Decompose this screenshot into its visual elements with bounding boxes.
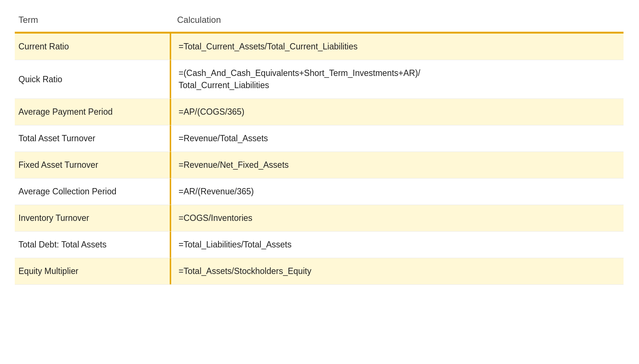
calc-cell-average-collection-period: =AR/(Revenue/365)	[170, 178, 624, 205]
table-row: Total Asset Turnover=Revenue/Total_Asset…	[15, 125, 624, 152]
calc-line1: =(Cash_And_Cash_Equivalents+Short_Term_I…	[179, 68, 420, 78]
table-header: Term Calculation	[15, 11, 624, 32]
term-cell-fixed-asset-turnover: Fixed Asset Turnover	[15, 152, 170, 178]
calc-cell-equity-multiplier: =Total_Assets/Stockholders_Equity	[170, 258, 624, 284]
calc-cell-current-ratio: =Total_Current_Assets/Total_Current_Liab…	[170, 34, 624, 60]
header-calculation: Calculation	[170, 15, 624, 25]
table-row: Equity Multiplier=Total_Assets/Stockhold…	[15, 258, 624, 285]
table-row: Inventory Turnover=COGS/Inventories	[15, 205, 624, 232]
table-row: Fixed Asset Turnover=Revenue/Net_Fixed_A…	[15, 152, 624, 178]
term-cell-equity-multiplier: Equity Multiplier	[15, 258, 170, 284]
financial-ratios-table: Term Calculation Current Ratio=Total_Cur…	[15, 11, 624, 285]
calc-cell-fixed-asset-turnover: =Revenue/Net_Fixed_Assets	[170, 152, 624, 178]
calc-cell-total-asset-turnover: =Revenue/Total_Assets	[170, 125, 624, 152]
table-row: Quick Ratio=(Cash_And_Cash_Equivalents+S…	[15, 60, 624, 99]
calc-cell-total-debt-total-assets: =Total_Liabilities/Total_Assets	[170, 232, 624, 258]
calc-cell-average-payment-period: =AP/(COGS/365)	[170, 99, 624, 125]
table-row: Average Collection Period=AR/(Revenue/36…	[15, 178, 624, 205]
table-row: Average Payment Period=AP/(COGS/365)	[15, 99, 624, 125]
table-row: Current Ratio=Total_Current_Assets/Total…	[15, 34, 624, 60]
term-cell-total-debt-total-assets: Total Debt: Total Assets	[15, 232, 170, 258]
calc-cell-quick-ratio: =(Cash_And_Cash_Equivalents+Short_Term_I…	[170, 60, 624, 98]
term-cell-current-ratio: Current Ratio	[15, 34, 170, 60]
table-row: Total Debt: Total Assets=Total_Liabiliti…	[15, 232, 624, 258]
calc-cell-inventory-turnover: =COGS/Inventories	[170, 205, 624, 231]
table-body: Current Ratio=Total_Current_Assets/Total…	[15, 34, 624, 285]
term-cell-total-asset-turnover: Total Asset Turnover	[15, 125, 170, 152]
term-cell-average-payment-period: Average Payment Period	[15, 99, 170, 125]
term-cell-average-collection-period: Average Collection Period	[15, 178, 170, 205]
term-cell-inventory-turnover: Inventory Turnover	[15, 205, 170, 231]
calc-line2: Total_Current_Liabilities	[179, 80, 269, 90]
header-term: Term	[15, 15, 170, 25]
term-cell-quick-ratio: Quick Ratio	[15, 60, 170, 98]
